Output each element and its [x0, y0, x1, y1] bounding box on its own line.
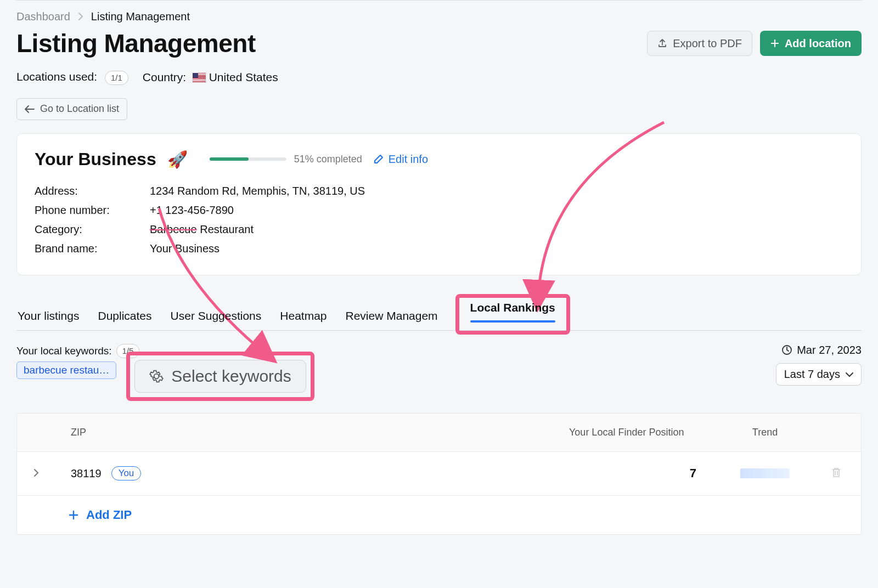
trend-sparkline [740, 468, 790, 478]
address-label: Address: [35, 185, 150, 197]
date-range-select[interactable]: Last 7 days [776, 363, 862, 386]
country-label: Country: [143, 71, 186, 83]
go-to-location-list-button[interactable]: Go to Location list [16, 98, 127, 120]
phone-value: +1 123-456-7890 [150, 204, 234, 217]
plus-icon [69, 510, 78, 520]
tab-user-suggestions[interactable]: User Suggestions [170, 309, 263, 330]
locations-used-label: Locations used: [16, 70, 97, 83]
keywords-label: Your local keywords: [16, 345, 112, 357]
pencil-icon [373, 154, 384, 165]
brand-value: Your Business [150, 242, 219, 255]
phone-label: Phone number: [35, 204, 150, 217]
trash-icon [831, 468, 841, 480]
category-label: Category: [35, 223, 150, 236]
tab-heatmap[interactable]: Heatmap [279, 309, 328, 330]
chevron-right-icon [78, 10, 83, 23]
tab-your-listings[interactable]: Your listings [16, 309, 80, 330]
clock-icon [781, 344, 792, 355]
arrow-left-icon [25, 105, 35, 113]
country-value: United States [209, 71, 278, 83]
rankings-table: ZIP Your Local Finder Position Trend 381… [16, 413, 862, 535]
col-position: Your Local Finder Position [559, 427, 718, 438]
tab-duplicates[interactable]: Duplicates [97, 309, 153, 330]
locations-used-pill: 1/1 [105, 71, 128, 85]
brand-label: Brand name: [35, 242, 150, 255]
select-keywords-label: Select keywords [171, 367, 291, 386]
tabs: Your listings Duplicates User Suggestion… [16, 294, 862, 331]
add-zip-button[interactable]: Add ZIP [55, 508, 132, 522]
address-value: 1234 Random Rd, Memphis, TN, 38119, US [150, 185, 365, 197]
keyword-chip[interactable]: barbecue restau… [16, 361, 116, 379]
annotation-highlight-local-rankings: Local Rankings [455, 294, 570, 335]
add-zip-label: Add ZIP [86, 508, 132, 522]
delete-row-button[interactable] [812, 467, 861, 480]
select-keywords-button[interactable]: Select keywords [134, 360, 306, 393]
date-range-label: Last 7 days [784, 368, 840, 381]
edit-info-link[interactable]: Edit info [373, 153, 428, 166]
rocket-icon: 🚀 [167, 150, 188, 169]
add-location-label: Add location [785, 37, 851, 50]
export-pdf-label: Export to PDF [673, 37, 742, 50]
edit-info-label: Edit info [389, 153, 428, 166]
progress-bar [210, 157, 286, 161]
tab-local-rankings[interactable]: Local Rankings [469, 301, 556, 322]
col-trend: Trend [718, 427, 812, 438]
export-pdf-button[interactable]: Export to PDF [647, 31, 752, 56]
chevron-down-icon [846, 372, 853, 377]
position-value: 7 [559, 466, 718, 480]
upload-icon [657, 38, 667, 48]
page-title: Listing Management [16, 29, 256, 58]
breadcrumb-current: Listing Management [91, 10, 190, 23]
you-badge: You [111, 466, 142, 480]
current-date: Mar 27, 2023 [797, 344, 862, 357]
category-value: Barbecue Restaurant [150, 223, 254, 236]
col-zip: ZIP [55, 427, 559, 438]
zip-value: 38119 [71, 467, 102, 480]
business-name: Your Business [35, 149, 156, 169]
annotation-highlight-select-keywords: Select keywords [126, 352, 314, 401]
expand-row-icon[interactable] [33, 468, 40, 477]
progress-text: 51% completed [294, 154, 362, 165]
tab-review-management[interactable]: Review Managem [345, 309, 439, 330]
breadcrumb: Dashboard Listing Management [16, 8, 862, 26]
breadcrumb-dashboard[interactable]: Dashboard [16, 10, 70, 23]
add-location-button[interactable]: Add location [760, 31, 862, 56]
us-flag-icon [193, 73, 206, 82]
table-row: 38119 You 7 [17, 452, 861, 496]
gear-icon [149, 369, 164, 383]
plus-icon [770, 39, 779, 48]
business-card: Your Business 🚀 51% completed Edit info … [16, 133, 862, 275]
go-back-label: Go to Location list [40, 103, 119, 115]
